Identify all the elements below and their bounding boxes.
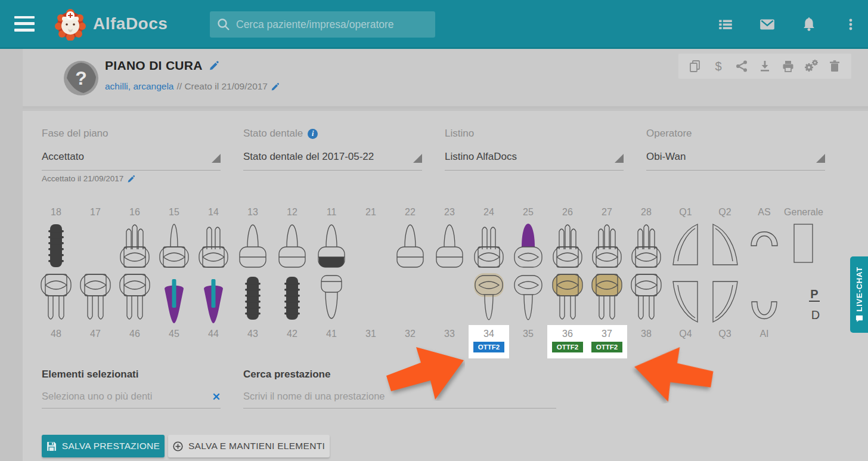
tooth-AS[interactable]: AS (745, 205, 784, 270)
side-label-d[interactable]: D (804, 308, 827, 322)
search-prestation-field (243, 391, 556, 409)
fase-del-piano-select[interactable]: Accettato (42, 151, 221, 171)
tooth-15[interactable]: 15 (154, 205, 194, 270)
list-icon[interactable] (717, 16, 734, 33)
global-search[interactable] (210, 11, 435, 38)
tooth-22[interactable]: 22 (390, 205, 430, 270)
kebab-menu-icon[interactable] (842, 16, 860, 33)
tooth-25[interactable]: 25 (509, 205, 548, 270)
svg-text:?: ? (75, 67, 87, 89)
tooth-17[interactable]: 17 (76, 205, 115, 270)
tooth-badge: OTTF2 (473, 342, 504, 352)
brand-name: AlfaDocs (93, 14, 168, 33)
tooth-28[interactable]: 28 (627, 205, 666, 270)
stato-dentale-select[interactable]: Stato dentale del 2017-05-22 (243, 151, 422, 171)
tooth-35[interactable]: 35 (509, 272, 548, 341)
tooth-23[interactable]: 23 (430, 205, 469, 270)
hamburger-menu-icon[interactable] (14, 16, 35, 32)
tooth-31[interactable]: 31 (351, 272, 390, 341)
chat-bubble-icon (855, 315, 863, 323)
tooth-46[interactable]: 46 (115, 272, 154, 341)
side-label-p[interactable]: P (802, 287, 826, 301)
accepted-date-note: Accettato il 21/09/2017 (42, 174, 135, 183)
tooth-43[interactable]: 43 (233, 272, 272, 341)
tooth-18[interactable]: 18 (36, 205, 76, 270)
tooth-42[interactable]: 42 (272, 272, 312, 341)
tooth-41[interactable]: 41 (312, 272, 351, 341)
tooth-27[interactable]: 27 (587, 205, 627, 270)
tooth-AI[interactable]: AI (745, 272, 784, 341)
brand-logo[interactable]: AlfaDocs (55, 7, 168, 41)
listino-select[interactable]: Listino AlfaDocs (445, 151, 624, 171)
title-bar: ? PIANO DI CURA achilli, arcangela // Cr… (23, 49, 868, 109)
field-listino: Listino Listino AlfaDocs (445, 127, 624, 171)
tooth-badge: OTTF2 (552, 342, 583, 352)
live-chat-tab[interactable]: LIVE-CHAT (850, 256, 868, 333)
tooth-38[interactable]: 38 (627, 272, 666, 341)
copy-icon[interactable] (687, 58, 703, 74)
tooth-24[interactable]: 24 (469, 205, 509, 270)
selected-elements-field (42, 391, 221, 409)
selected-teeth-input[interactable] (42, 391, 207, 402)
prestation-search-input[interactable] (243, 391, 556, 402)
search-input[interactable] (236, 18, 428, 31)
patient-avatar[interactable]: ? (63, 60, 99, 96)
operatore-select[interactable]: Obi-Wan (646, 151, 825, 171)
tooth-33[interactable]: 33 (430, 272, 469, 341)
edit-date-pencil-icon[interactable] (271, 82, 280, 91)
save-prestation-button[interactable]: SALVA PRESTAZIONE (42, 435, 165, 457)
page-title: PIANO DI CURA (105, 58, 203, 73)
page: AlfaDocs (0, 0, 868, 461)
tooth-36[interactable]: 36OTTF2 (548, 272, 587, 352)
live-chat-label: LIVE-CHAT (855, 267, 864, 312)
settings-gears-icon[interactable] (804, 58, 819, 74)
dropdown-triangle-icon (212, 154, 221, 163)
bell-icon[interactable] (800, 16, 818, 33)
info-icon[interactable]: i (308, 129, 318, 139)
created-date: // Creato il 21/09/2017 (176, 81, 268, 92)
tooth-12[interactable]: 12 (272, 205, 312, 270)
field-label: Fase del piano (42, 127, 221, 140)
alfadocs-lion-logo-icon (55, 7, 86, 41)
field-operatore: Operatore Obi-Wan (646, 127, 825, 171)
save-and-keep-button[interactable]: SALVA E MANTIENI ELEMENTI (168, 435, 330, 457)
tooth-37[interactable]: 37OTTF2 (587, 272, 627, 352)
share-icon[interactable] (734, 58, 749, 74)
patient-link[interactable]: achilli, arcangela (105, 81, 173, 92)
tooth-32[interactable]: 32 (390, 272, 430, 341)
download-icon[interactable] (757, 58, 773, 74)
tooth-Q4[interactable]: Q4 (666, 272, 705, 341)
tooth-11[interactable]: 11 (312, 205, 351, 270)
tooth-48[interactable]: 48 (36, 272, 76, 341)
mail-icon[interactable] (758, 16, 776, 33)
tooth-Generale[interactable]: Generale (784, 205, 823, 270)
clear-selection-icon[interactable] (212, 392, 221, 401)
print-icon[interactable] (780, 58, 796, 74)
field-stato-dentale: Stato dentale i Stato dentale del 2017-0… (243, 127, 422, 171)
field-label: Listino (445, 127, 624, 140)
tooth-16[interactable]: 16 (115, 205, 154, 270)
tooth-Q2[interactable]: Q2 (705, 205, 745, 270)
dropdown-triangle-icon (615, 154, 624, 163)
dropdown-triangle-icon (816, 154, 825, 163)
tooth-13[interactable]: 13 (233, 205, 272, 270)
tooth-Q3[interactable]: Q3 (705, 272, 745, 341)
search-icon (217, 18, 230, 31)
tooth-45[interactable]: 45 (154, 272, 194, 341)
tooth-26[interactable]: 26 (548, 205, 587, 270)
field-label: Stato dentale (243, 128, 303, 140)
tooth-47[interactable]: 47 (76, 272, 115, 341)
edit-accepted-date-pencil-icon[interactable] (127, 175, 135, 183)
plan-toolbar: $ (678, 54, 851, 79)
tooth-34[interactable]: 34OTTF2 (469, 272, 509, 352)
dollar-icon[interactable]: $ (711, 58, 726, 74)
dropdown-triangle-icon (413, 154, 422, 163)
tooth-21[interactable]: 21 (351, 205, 390, 270)
field-label: Operatore (646, 127, 825, 140)
tooth-14[interactable]: 14 (194, 205, 233, 270)
tooth-Q1[interactable]: Q1 (666, 205, 705, 270)
delete-icon[interactable] (827, 58, 842, 74)
field-fase-del-piano: Fase del piano Accettato (42, 127, 221, 171)
edit-title-pencil-icon[interactable] (209, 60, 219, 71)
tooth-44[interactable]: 44 (194, 272, 233, 341)
